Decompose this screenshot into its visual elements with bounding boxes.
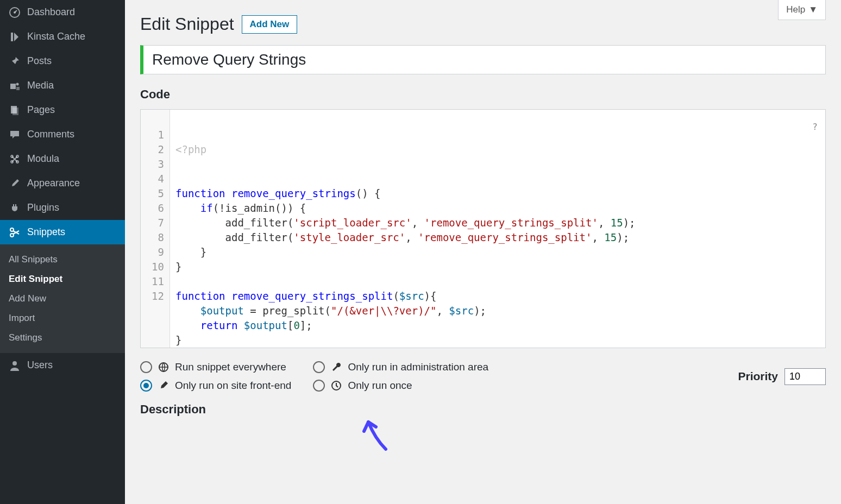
sidebar-item-label: Pages [27,104,55,116]
svg-point-1 [14,11,16,14]
sidebar-item-media[interactable]: Media [0,73,125,98]
help-tab[interactable]: Help ▼ [778,0,826,20]
add-new-button[interactable]: Add New [242,15,298,34]
wrench-icon [330,362,342,373]
modula-icon [8,154,22,165]
svg-point-3 [16,83,19,85]
sidebar-item-label: Comments [27,129,74,140]
sidebar-item-label: Kinsta Cache [27,31,85,42]
priority-label: Priority [738,370,778,383]
caret-down-icon: ▼ [808,4,818,15]
scope-label: Only run on site front-end [175,380,291,392]
radio-icon [140,380,152,392]
sidebar-item-users[interactable]: Users [0,353,125,377]
sidebar-item-snippets[interactable]: Snippets [0,220,125,244]
sidebar-item-label: Users [27,360,53,371]
sidebar-item-posts[interactable]: Posts [0,49,125,73]
scope-label: Run snippet everywhere [175,361,286,373]
radio-icon [313,380,325,392]
code-editor[interactable]: 123456789101112 <?php function remove_qu… [140,109,826,348]
brush-icon [8,178,22,189]
sidebar-item-appearance[interactable]: Appearance [0,171,125,196]
sidebar-item-plugins[interactable]: Plugins [0,196,125,220]
sidebar-item-kinsta-cache[interactable]: Kinsta Cache [0,24,125,49]
php-open-tag: <?php [175,142,820,157]
scope-frontend[interactable]: Only run on site front-end [140,380,291,392]
sidebar-item-modula[interactable]: Modula [0,147,125,171]
kinsta-icon [8,32,22,42]
sidebar-submenu: All Snippets Edit Snippet Add New Import… [0,244,125,353]
sidebar-item-dashboard[interactable]: Dashboard [0,0,125,24]
snippet-title-input[interactable]: Remove Query Strings [140,45,826,74]
code-heading: Code [140,87,826,102]
pin-icon [8,56,22,67]
help-label: Help [786,4,805,15]
editor-help-icon[interactable]: ? [812,122,818,132]
sidebar-item-label: Snippets [27,226,65,238]
svg-rect-2 [10,84,16,89]
svg-point-12 [12,361,17,366]
sidebar-item-label: Modula [27,153,59,165]
submenu-item-import[interactable]: Import [0,308,125,328]
scope-everywhere[interactable]: Run snippet everywhere [140,361,291,373]
globe-icon [158,362,170,373]
sidebar-item-label: Appearance [27,178,80,189]
media-icon [8,80,22,91]
priority-field: Priority [738,368,826,385]
submenu-item-all-snippets[interactable]: All Snippets [0,250,125,269]
page-title: Edit Snippet [140,14,234,34]
page-icon [8,105,22,116]
code-gutter: 123456789101112 [141,110,170,348]
scissors-icon [8,227,22,238]
radio-icon [140,361,152,373]
comment-icon [8,129,22,140]
scope-label: Only run once [348,380,412,392]
scope-label: Only run in administration area [348,361,488,373]
radio-icon [313,361,325,373]
submenu-item-edit-snippet[interactable]: Edit Snippet [0,269,125,289]
gauge-icon [8,7,22,18]
priority-input[interactable] [784,368,826,385]
sidebar-item-label: Posts [27,55,52,67]
user-icon [8,360,22,371]
scope-once[interactable]: Only run once [313,380,488,392]
annotation-arrow-icon [359,414,397,452]
submenu-item-settings[interactable]: Settings [0,328,125,348]
clock-icon [330,380,342,391]
plug-icon [8,203,22,213]
scope-admin[interactable]: Only run in administration area [313,361,488,373]
main-content: Help ▼ Edit Snippet Add New Remove Query… [125,0,841,504]
sidebar-item-label: Plugins [27,202,59,213]
submenu-item-add-new[interactable]: Add New [0,289,125,308]
sidebar-item-pages[interactable]: Pages [0,98,125,122]
brush-icon [158,380,170,391]
scope-options: Run snippet everywhere Only run on site … [140,361,826,392]
description-heading: Description [140,402,826,417]
code-area[interactable]: <?php function remove_query_strings() { … [170,110,825,348]
admin-sidebar: Dashboard Kinsta Cache Posts Media Pages… [0,0,125,504]
sidebar-item-label: Dashboard [27,7,75,18]
sidebar-item-comments[interactable]: Comments [0,122,125,147]
sidebar-item-label: Media [27,80,54,91]
svg-rect-5 [12,108,18,115]
